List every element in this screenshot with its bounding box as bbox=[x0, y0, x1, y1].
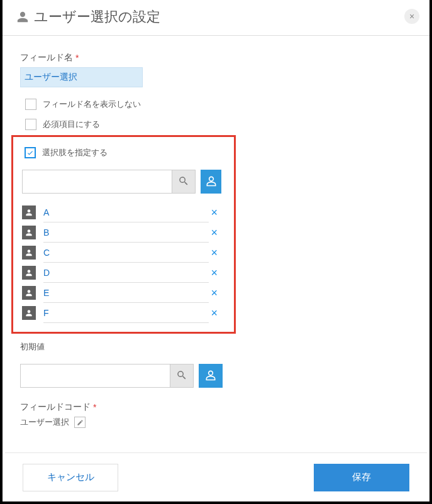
initial-search-group bbox=[20, 364, 194, 388]
user-item: E× bbox=[22, 283, 221, 303]
user-avatar-icon bbox=[22, 226, 36, 239]
choices-search-row bbox=[22, 170, 221, 194]
modal-title: ユーザー選択の設定 bbox=[34, 8, 160, 26]
divider bbox=[43, 322, 209, 323]
user-avatar-icon bbox=[22, 306, 36, 320]
remove-user-button[interactable]: × bbox=[207, 307, 221, 320]
remove-user-button[interactable]: × bbox=[207, 266, 221, 280]
user-icon bbox=[16, 11, 29, 23]
user-name-link[interactable]: D bbox=[43, 268, 199, 278]
field-code-value: ユーザー選択 bbox=[20, 417, 69, 428]
user-avatar-icon bbox=[22, 286, 36, 300]
close-icon: × bbox=[409, 11, 414, 21]
choices-org-button[interactable] bbox=[201, 170, 221, 194]
modal-header: ユーザー選択の設定 × bbox=[3, 0, 429, 36]
choices-search-group bbox=[22, 170, 196, 194]
user-list: A×B×C×D×E×F× bbox=[22, 202, 221, 323]
user-item: F× bbox=[22, 303, 221, 323]
field-name-label: フィールド名 bbox=[20, 52, 73, 63]
search-icon bbox=[178, 175, 189, 189]
required-row: 必須項目にする bbox=[25, 119, 412, 130]
field-name-label-row: フィールド名 * bbox=[20, 52, 412, 63]
required-asterisk: * bbox=[75, 53, 79, 63]
modal-footer: キャンセル 保存 bbox=[5, 452, 427, 501]
close-button[interactable]: × bbox=[404, 9, 419, 24]
choices-search-button[interactable] bbox=[172, 170, 196, 194]
pencil-icon bbox=[77, 419, 84, 426]
field-code-edit-button[interactable] bbox=[74, 417, 86, 428]
user-item: C× bbox=[22, 243, 221, 263]
user-item: B× bbox=[22, 222, 221, 243]
field-code-value-row: ユーザー選択 bbox=[20, 417, 412, 428]
remove-user-button[interactable]: × bbox=[207, 246, 221, 260]
initial-org-button[interactable] bbox=[199, 364, 223, 388]
field-code-row: フィールドコード * ユーザー選択 bbox=[20, 402, 412, 428]
field-code-label-row: フィールドコード * bbox=[20, 402, 412, 413]
user-item: D× bbox=[22, 263, 221, 283]
specify-choices-row: 選択肢を指定する bbox=[25, 147, 221, 158]
field-name-input[interactable] bbox=[20, 67, 143, 87]
specify-choices-label: 選択肢を指定する bbox=[42, 147, 108, 158]
org-user-icon bbox=[205, 175, 218, 189]
hide-field-name-checkbox[interactable] bbox=[25, 99, 36, 110]
user-name-link[interactable]: A bbox=[43, 207, 199, 217]
user-avatar-icon bbox=[22, 246, 36, 260]
initial-value-label: 初期値 bbox=[20, 341, 412, 353]
initial-value-section: 初期値 bbox=[20, 341, 412, 388]
user-select-settings-modal: ユーザー選択の設定 × フィールド名 * フィールド名を表示しない 必須項目にす… bbox=[0, 0, 432, 504]
user-name-link[interactable]: B bbox=[43, 227, 199, 238]
remove-user-button[interactable]: × bbox=[207, 206, 221, 219]
save-button[interactable]: 保存 bbox=[314, 464, 409, 491]
remove-user-button[interactable]: × bbox=[207, 287, 221, 300]
initial-search-button[interactable] bbox=[170, 364, 194, 388]
hide-field-name-label: フィールド名を表示しない bbox=[43, 99, 141, 110]
user-avatar-icon bbox=[22, 266, 36, 280]
remove-user-button[interactable]: × bbox=[207, 226, 221, 239]
hide-field-name-row: フィールド名を表示しない bbox=[25, 99, 412, 110]
user-item: A× bbox=[22, 202, 221, 222]
required-asterisk: * bbox=[93, 402, 96, 412]
cancel-button[interactable]: キャンセル bbox=[23, 464, 118, 491]
field-name-row: フィールド名 * bbox=[20, 52, 412, 87]
required-checkbox[interactable] bbox=[25, 119, 36, 130]
required-label: 必須項目にする bbox=[43, 119, 100, 130]
field-code-label: フィールドコード bbox=[20, 402, 91, 413]
user-name-link[interactable]: F bbox=[43, 308, 199, 318]
user-name-link[interactable]: C bbox=[43, 248, 199, 258]
user-avatar-icon bbox=[22, 205, 36, 219]
modal-body: フィールド名 * フィールド名を表示しない 必須項目にする 選択肢を指定する bbox=[3, 36, 429, 456]
choices-search-input[interactable] bbox=[22, 170, 172, 194]
search-icon bbox=[176, 370, 187, 383]
initial-search-row bbox=[20, 364, 412, 388]
specify-choices-highlight: 選択肢を指定する A×B×C×D×E×F× bbox=[11, 135, 236, 334]
user-name-link[interactable]: E bbox=[43, 288, 199, 298]
specify-choices-checkbox[interactable] bbox=[25, 147, 36, 158]
org-user-icon bbox=[204, 369, 217, 383]
initial-value-input[interactable] bbox=[20, 364, 170, 388]
